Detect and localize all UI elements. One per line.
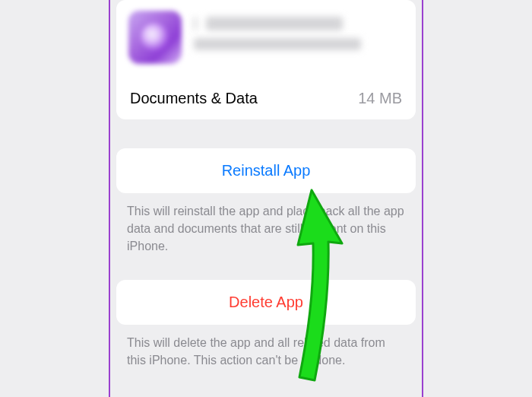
documents-data-value: 14 MB [358, 90, 402, 107]
reinstall-app-button[interactable]: Reinstall App [116, 148, 416, 193]
documents-data-row: Documents & Data 14 MB [116, 78, 416, 119]
blurred-text [206, 17, 343, 30]
app-info-card: Documents & Data 14 MB [116, 0, 416, 119]
app-title-block [194, 17, 404, 58]
reinstall-app-label: Reinstall App [222, 162, 311, 179]
delete-app-button[interactable]: Delete App [116, 280, 416, 325]
app-icon [128, 11, 182, 64]
blurred-text [194, 17, 197, 30]
app-header-row [116, 0, 416, 78]
blurred-text [194, 38, 361, 50]
delete-app-label: Delete App [229, 294, 303, 310]
delete-caption: This will delete the app and all related… [116, 325, 416, 369]
iphone-settings-screen: Documents & Data 14 MB Reinstall App Thi… [109, 0, 423, 397]
reinstall-caption: This will reinstall the app and place ba… [116, 193, 416, 256]
documents-data-label: Documents & Data [130, 90, 258, 107]
